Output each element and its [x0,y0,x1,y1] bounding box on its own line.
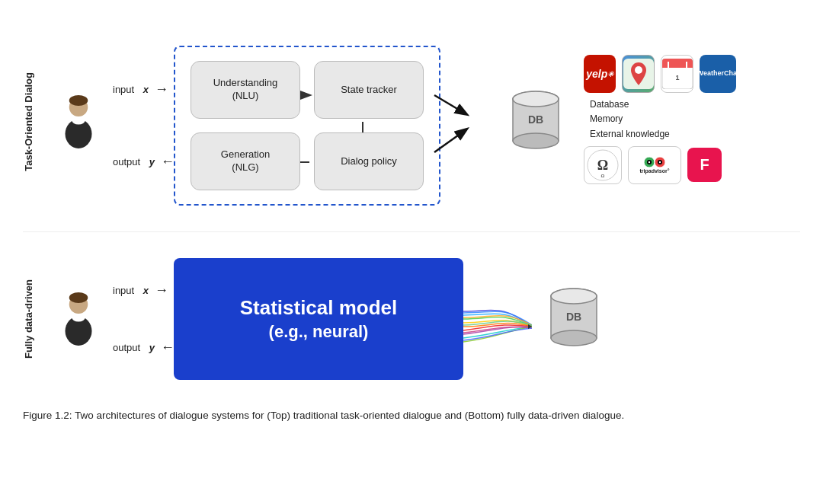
svg-text:1: 1 [675,74,679,81]
bottom-input-label: input x → [113,282,174,298]
avatar-icon [56,95,101,148]
svg-point-29 [648,161,650,163]
top-section-label: Task-Oriented Dialog [23,72,44,171]
knowledge-labels: Database Memory External knowledge [590,97,670,142]
svg-rect-18 [662,63,693,68]
svg-point-38 [551,330,597,346]
icons-row-1: yelp✳ [584,55,736,93]
top-db-cylinder: DB [509,88,562,156]
modules-dashed-box: Understanding(NLU) State tracker Generat… [174,46,440,206]
divider [23,231,800,232]
svg-line-8 [434,129,466,152]
bottom-io-labels: input x → output y ← [113,262,174,376]
svg-text:DB: DB [528,113,543,126]
wikipedia-icon: Ω Ω [584,146,622,184]
top-icons-area: yelp✳ [584,55,736,189]
bottom-section-label: Fully data-driven [23,279,44,359]
bottom-avatar-area [44,292,113,346]
svg-point-30 [659,161,661,163]
svg-point-39 [551,289,597,304]
bottom-avatar-icon [56,292,101,346]
calendar-icon: 1 [661,55,693,93]
top-output-label: output y ← [113,154,174,170]
bottom-db-cylinder: DB [547,285,600,353]
svg-text:DB: DB [566,311,581,323]
statistical-model-box: Statistical model (e.g., neural) [174,258,463,380]
svg-point-34 [72,314,85,322]
top-input-label: input x → [113,81,174,97]
neural-wires-svg: .wire { fill: none; stroke-width: 1.5; o… [463,281,532,372]
svg-point-1 [69,95,88,106]
figure-caption: Figure 1.2: Two architectures of dialogu… [23,407,709,424]
bottom-section: Fully data-driven input x → output y ← S… [23,243,800,395]
top-section: Task-Oriented Dialog input x → outp [23,15,800,228]
box-to-db-arrows [433,38,471,206]
top-io-labels: input x → output y ← [113,46,174,198]
yelp-icon: yelp✳ [584,55,616,93]
icons-row-2: Ω Ω tripadvisor° [584,146,736,184]
bottom-output-label: output y ← [113,340,174,356]
nlu-module: Understanding(NLU) [191,61,300,119]
bottom-db-area: DB [540,285,608,353]
neural-wires-area: .wire { fill: none; stroke-width: 1.5; o… [463,281,532,357]
box-to-db-svg [433,38,471,206]
svg-point-32 [69,292,88,303]
dialog-policy-module: Dialog policy [314,132,424,190]
svg-text:Ω: Ω [597,158,608,173]
map-icon [622,55,655,93]
svg-line-7 [434,95,466,114]
main-container: Task-Oriented Dialog input x → outp [0,0,823,504]
top-db-area: DB [501,88,570,156]
svg-point-11 [513,133,559,148]
tripadvisor-icon: tripadvisor° [628,146,681,184]
top-avatar-area [44,95,113,148]
svg-text:Ω: Ω [601,174,605,178]
dashed-box-container: Understanding(NLU) State tracker Generat… [174,38,433,206]
svg-point-15 [635,66,642,74]
svg-point-12 [513,91,559,107]
state-tracker-module: State tracker [314,61,424,119]
foursquare-icon: F [687,148,722,182]
svg-point-3 [72,116,85,125]
nlg-module: Generation(NLG) [191,132,300,190]
weather-channel-icon: The Weather Channel [700,55,736,93]
